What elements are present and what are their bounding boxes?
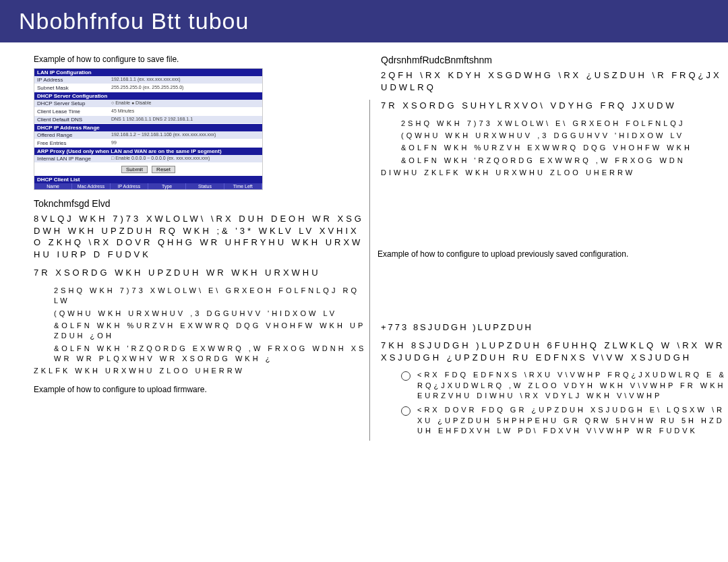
cfg-client-header: Name Mac Address IP Address Type Status … — [34, 183, 262, 189]
bullet-2-text: <RX DOVR FDQ GR ¿UPZDUH XSJUDGH E\ LQSXW… — [417, 405, 728, 436]
bullet-icon — [401, 406, 411, 416]
cfg-lease-val: 45 Minutes — [109, 108, 262, 115]
h-name: Name — [34, 183, 72, 189]
cfg-range-val: 192.168.1.2 ~ 192.168.1.100 (ex. xxx.xxx… — [109, 131, 262, 139]
heading-restoring-config: QdrsnhmfRudcBnmftshnm — [381, 55, 728, 65]
rstep-1: 2SHQ WKH 7)73 XWLOLW\ E\ GRXEOH FOLFNLQJ — [401, 119, 728, 129]
h-time: Time Left — [224, 183, 262, 189]
config-screenshot: LAN IP Configuration IP Address192.168.1… — [34, 68, 263, 190]
step-2: (QWHU WKH URXWHUV ,3 DGGUHVV 'HIDXOW LV — [54, 309, 367, 319]
right-column: QdrsnhmfRudcBnmftshnm 2QFH \RX KDYH XSGD… — [374, 42, 728, 441]
step-3: &OLFN WKH %URZVH EXWWRQ DQG VHOHFW WKH U… — [54, 321, 367, 342]
cfg-range-label: Offered Range — [34, 131, 109, 139]
cfg-dhcp-val: ○ Enable ● Disable — [109, 100, 262, 107]
column-divider — [369, 100, 370, 441]
para-upgrade-screen: 7KH 8SJUDGH )LUPZDUH 6FUHHQ ZLWKLQ W \RX… — [381, 340, 728, 363]
cfg-buttons: Submit Reset — [34, 163, 262, 176]
bullet-icon — [401, 371, 411, 381]
cfg-lease-label: Client Lease Time — [34, 108, 109, 115]
cfg-submit: Submit — [121, 166, 148, 173]
cfg-mask-label: Subnet Mask — [34, 84, 109, 92]
left-column: Example of how to configure to save file… — [0, 42, 374, 441]
cfg-arp-label: Internal LAN IP Range — [34, 155, 109, 162]
cfg-sec-client: DHCP Client List — [34, 176, 262, 183]
rstep-3: &OLFN WKH %URZVH EXWWRQ DQG VHOHFW WKH — [401, 143, 728, 153]
rstep-5: DIWHU ZKLFK WKH URXWHU ZLOO UHERRW — [381, 168, 728, 178]
step-1: 2SHQ WKH 7)73 XWLOLW\ E\ GRXEOH FOLFNLQJ… — [54, 286, 367, 307]
step-5: ZKLFK WKH URXWHU ZLOO UHERRW — [34, 366, 367, 376]
heading-http-upgrade: +773 8SJUDGH )LUPZDUH — [381, 321, 728, 334]
cfg-ip-val: 192.168.1.1 (ex. xxx.xxx.xxx.xxx) — [109, 76, 262, 84]
para-once-updated: 2QFH \RX KDYH XSGDWHG \RX ¿USZDUH \R FRQ… — [381, 69, 728, 93]
rstep-2: (QWHU WKH URXWHUV ,3 DGGUHVV 'HIDXOW LV — [401, 131, 728, 141]
caption-save-file: Example of how to configure to save file… — [34, 55, 367, 64]
bullet-1: <RX FDQ EDFNXS \RXU V\VWHP FRQ¿JXUDWLRQ … — [401, 370, 728, 401]
page-title: Nbobhfnfou Btt tubou — [19, 8, 249, 34]
para-tftp-intro: 8VLQJ WKH 7)73 XWLOLW\ \RX DUH DEOH WR X… — [34, 213, 367, 260]
rstep-4: &OLFN WKH 'RZQORDG EXWWRQ ,W FRXOG WDN — [401, 156, 728, 166]
h-status: Status — [186, 183, 224, 189]
cfg-free-label: Free Entries — [34, 139, 109, 147]
cfg-sec-arp: ARP Proxy (Used only when LAN and WAN ar… — [34, 148, 262, 155]
cfg-arp-val: □ Enable 0.0.0.0 ~ 0.0.0.0 (ex. xxx.xxx.… — [109, 155, 262, 162]
cfg-reset: Reset — [152, 166, 175, 173]
cfg-sec-dhcp: DHCP Server Configuration — [34, 92, 262, 100]
caption-upload-firmware: Example of how to configure to upload fi… — [34, 385, 367, 394]
cfg-dns-val: DNS 1 192.168.1.1 DNS 2 192.168.1.1 — [109, 116, 262, 123]
cfg-dhcp-label: DHCP Server Setup — [34, 100, 109, 107]
h-type: Type — [148, 183, 186, 189]
cfg-free-val: 99 — [109, 139, 262, 147]
cfg-sec-range: DHCP IP Address Range — [34, 124, 262, 131]
h-mac: Mac Address — [72, 183, 110, 189]
cfg-ip-label: IP Address — [34, 76, 109, 84]
cfg-mask-val: 255.255.255.0 (ex. 255.255.255.0) — [109, 84, 262, 92]
bullet-1-text: <RX FDQ EDFNXS \RXU V\VWHP FRQ¿JXUDWLRQ … — [417, 370, 728, 401]
step-4: &OLFN WKH 'RZQORDG EXWWRQ ,W FRXOG WDNH … — [54, 344, 367, 365]
h-ip: IP Address — [111, 183, 148, 189]
para-to-upload: 7R XSORDG WKH UPZDUH WR WKH URXWHU — [34, 267, 367, 279]
caption-upload-config: Example of how to configure to upload pr… — [377, 249, 628, 259]
bullet-2: <RX DOVR FDQ GR ¿UPZDUH XSJUDGH E\ LQSXW… — [401, 405, 728, 436]
title-bar: Nbobhfnfou Btt tubou — [0, 0, 728, 42]
para-to-upload-config: 7R XSORDG SUHYLRXVO\ VDYHG FRQ JXUDW — [381, 100, 728, 112]
heading-uploading-firmware: Toknchmfsgd Elvd — [34, 198, 367, 209]
cfg-dns-label: Client Default DNS — [34, 116, 109, 123]
cfg-sec-lan: LAN IP Configuration — [34, 69, 262, 76]
